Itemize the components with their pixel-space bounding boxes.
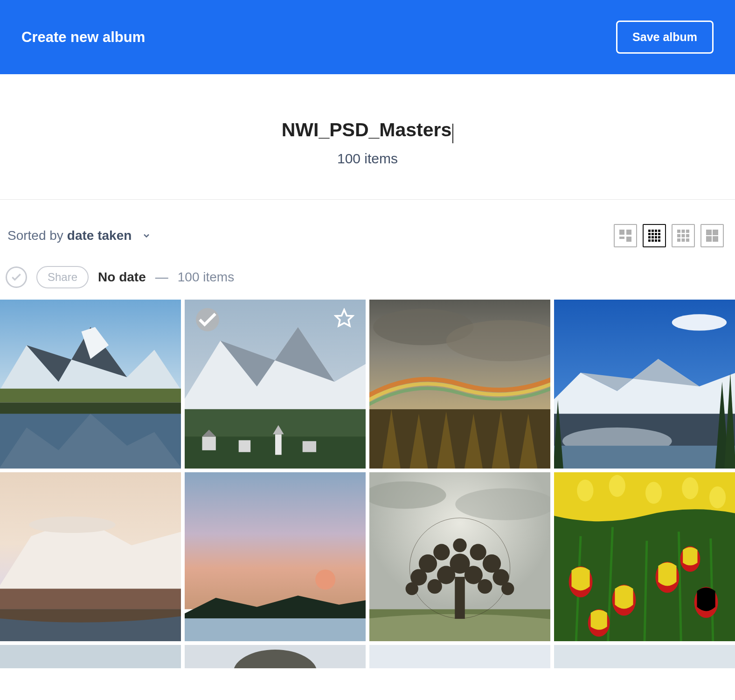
svg-rect-5 <box>652 230 654 232</box>
photo-thumbnail[interactable] <box>554 300 735 469</box>
sort-view-toolbar: Sorted by date taken <box>0 200 735 266</box>
svg-point-90 <box>470 544 486 560</box>
view-large-tiles-button[interactable] <box>614 224 637 247</box>
svg-point-106 <box>645 482 662 504</box>
svg-rect-3 <box>626 237 631 242</box>
chevron-down-icon <box>142 231 151 240</box>
svg-marker-52 <box>336 309 353 326</box>
select-photo-button[interactable] <box>196 308 219 331</box>
album-title-block: NWI_PSD_Masters 100 items <box>0 74 735 200</box>
photo-thumbnail[interactable] <box>554 472 735 641</box>
share-button[interactable]: Share <box>36 266 89 288</box>
section-date-label: No date <box>98 270 146 285</box>
svg-rect-37 <box>0 389 181 402</box>
photo-thumbnail[interactable] <box>0 300 181 469</box>
photo-thumbnail[interactable] <box>369 645 550 668</box>
sort-value: date taken <box>67 228 132 243</box>
svg-rect-23 <box>677 234 680 237</box>
svg-point-64 <box>672 314 727 330</box>
svg-rect-7 <box>658 230 660 232</box>
svg-rect-15 <box>658 236 660 238</box>
svg-rect-86 <box>455 577 465 618</box>
photo-thumbnail[interactable] <box>0 645 181 668</box>
photo-thumbnail[interactable] <box>369 300 550 469</box>
svg-rect-13 <box>652 236 654 238</box>
svg-rect-12 <box>648 236 651 238</box>
photo-thumbnail[interactable] <box>185 300 366 469</box>
svg-point-88 <box>453 539 466 552</box>
header-bar: Create new album Save album <box>0 0 735 74</box>
page-title: Create new album <box>21 29 145 46</box>
svg-rect-9 <box>652 233 654 235</box>
svg-rect-48 <box>239 440 250 452</box>
svg-rect-69 <box>554 446 735 469</box>
svg-rect-20 <box>677 230 680 233</box>
svg-rect-27 <box>682 238 685 242</box>
view-small-grid-button[interactable] <box>643 224 666 247</box>
album-name-input[interactable]: NWI_PSD_Masters <box>282 119 452 141</box>
svg-point-104 <box>577 479 593 501</box>
svg-rect-51 <box>303 441 316 452</box>
svg-rect-26 <box>677 238 680 242</box>
svg-rect-120 <box>0 645 181 668</box>
svg-point-89 <box>433 544 450 560</box>
svg-rect-22 <box>686 230 689 233</box>
svg-rect-25 <box>686 234 689 237</box>
svg-point-79 <box>315 569 335 589</box>
svg-rect-32 <box>713 236 718 242</box>
svg-rect-21 <box>682 230 685 233</box>
sort-prefix: Sorted by <box>7 228 63 243</box>
svg-rect-10 <box>655 233 657 235</box>
photo-thumbnail[interactable] <box>185 645 366 668</box>
svg-rect-8 <box>648 233 651 235</box>
svg-rect-46 <box>202 436 215 450</box>
svg-rect-17 <box>652 239 654 242</box>
view-medium-grid-button[interactable] <box>672 224 695 247</box>
section-item-count: 100 items <box>178 270 234 285</box>
svg-point-98 <box>428 579 442 594</box>
svg-rect-11 <box>658 233 660 235</box>
svg-rect-18 <box>655 239 657 242</box>
svg-point-75 <box>29 517 116 533</box>
svg-rect-30 <box>713 230 718 235</box>
svg-rect-78 <box>185 472 366 609</box>
svg-rect-28 <box>686 238 689 242</box>
svg-rect-6 <box>655 230 657 232</box>
svg-point-99 <box>478 579 492 594</box>
svg-rect-14 <box>655 236 657 238</box>
photo-thumbnail[interactable] <box>369 472 550 641</box>
view-2x2-button[interactable] <box>700 224 724 247</box>
section-bar: Share No date — 100 items <box>0 266 735 300</box>
photo-thumbnail[interactable] <box>554 645 735 668</box>
text-cursor <box>452 124 453 143</box>
svg-rect-0 <box>619 230 624 235</box>
photo-thumbnail[interactable] <box>185 472 366 641</box>
svg-rect-123 <box>369 645 550 668</box>
svg-rect-4 <box>648 230 651 232</box>
save-album-button[interactable]: Save album <box>616 21 714 54</box>
svg-rect-24 <box>682 234 685 237</box>
svg-rect-2 <box>619 237 624 239</box>
svg-rect-16 <box>648 239 651 242</box>
svg-point-108 <box>709 486 726 508</box>
sort-dropdown[interactable]: Sorted by date taken <box>7 228 151 243</box>
photo-thumbnail[interactable] <box>0 472 181 641</box>
select-all-button[interactable] <box>6 266 27 288</box>
svg-rect-49 <box>275 434 282 455</box>
svg-point-105 <box>609 475 625 497</box>
favorite-button[interactable] <box>334 308 354 329</box>
album-item-count: 100 items <box>0 151 735 167</box>
section-separator: — <box>155 270 168 285</box>
svg-rect-19 <box>658 239 660 242</box>
svg-rect-31 <box>706 236 712 242</box>
svg-point-107 <box>682 477 698 499</box>
svg-rect-124 <box>554 645 735 668</box>
svg-rect-29 <box>706 230 712 235</box>
photo-grid <box>0 300 735 668</box>
svg-rect-81 <box>185 618 366 641</box>
svg-rect-1 <box>626 230 631 235</box>
view-mode-buttons <box>614 224 724 247</box>
